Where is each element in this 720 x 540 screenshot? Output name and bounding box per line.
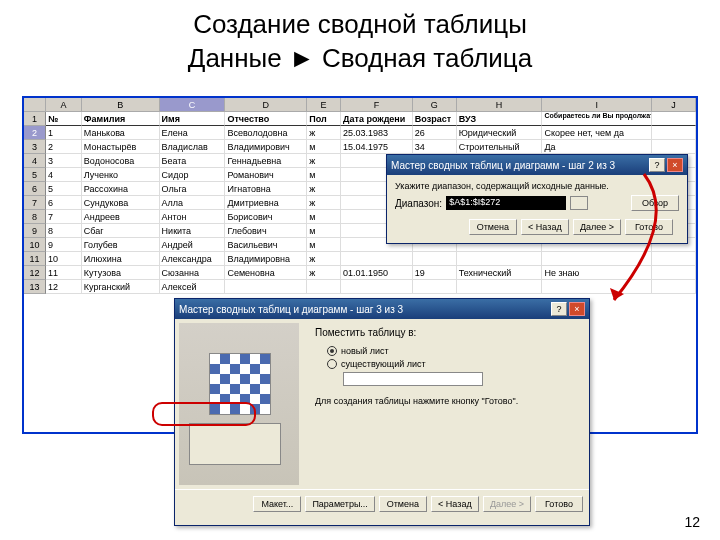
row-number[interactable]: 2 [24, 126, 46, 140]
hdr-age[interactable]: Возраст [413, 112, 457, 126]
cancel-button[interactable]: Отмена [379, 496, 427, 512]
back-button[interactable]: < Назад [521, 219, 569, 235]
cell[interactable]: Никита [160, 224, 226, 238]
cell[interactable] [652, 140, 696, 154]
cell[interactable]: Александра [160, 252, 226, 266]
cell[interactable]: 1 [46, 126, 82, 140]
cell[interactable]: Дмитриевна [225, 196, 307, 210]
cell[interactable]: м [307, 140, 341, 154]
cell[interactable] [341, 280, 413, 294]
dialog2-titlebar[interactable]: Мастер сводных таблиц и диаграмм - шаг 3… [175, 299, 589, 319]
browse-button[interactable]: Обзор [631, 195, 679, 211]
cell[interactable]: Кутузова [82, 266, 160, 280]
cell[interactable]: ж [307, 252, 341, 266]
cell[interactable]: Алексей [160, 280, 226, 294]
cell[interactable]: Геннадьевна [225, 154, 307, 168]
finish-button[interactable]: Готово [625, 219, 673, 235]
help-icon[interactable]: ? [551, 302, 567, 316]
cell[interactable]: Сбаг [82, 224, 160, 238]
cell[interactable] [307, 280, 341, 294]
cell[interactable]: Владислав [160, 140, 226, 154]
close-icon[interactable]: × [569, 302, 585, 316]
row-number[interactable]: 10 [24, 238, 46, 252]
cell[interactable]: 3 [46, 154, 82, 168]
hdr-dob[interactable]: Дата рождени [341, 112, 413, 126]
cell[interactable]: 8 [46, 224, 82, 238]
cell[interactable]: ж [307, 126, 341, 140]
cell[interactable] [457, 252, 543, 266]
cell[interactable]: Антон [160, 210, 226, 224]
cell[interactable]: 2 [46, 140, 82, 154]
cell[interactable]: ж [307, 196, 341, 210]
cell[interactable]: Андреев [82, 210, 160, 224]
col-header-e[interactable]: E [307, 98, 341, 111]
cell[interactable]: 6 [46, 196, 82, 210]
cell[interactable] [542, 280, 652, 294]
cell[interactable] [225, 280, 307, 294]
row-number[interactable]: 9 [24, 224, 46, 238]
cell[interactable]: Да [542, 140, 652, 154]
cell[interactable]: Владимировна [225, 252, 307, 266]
params-button[interactable]: Параметры... [305, 496, 374, 512]
cell[interactable]: Илюхина [82, 252, 160, 266]
radio-existing-sheet[interactable]: существующий лист [327, 359, 577, 369]
cell[interactable]: Борисович [225, 210, 307, 224]
cell[interactable]: 01.01.1950 [341, 266, 413, 280]
cell[interactable]: 34 [413, 140, 457, 154]
cell[interactable]: 25.03.1983 [341, 126, 413, 140]
cell[interactable] [652, 252, 696, 266]
cell[interactable]: 5 [46, 182, 82, 196]
cell[interactable]: Голубев [82, 238, 160, 252]
cell[interactable] [341, 252, 413, 266]
row-number[interactable]: 3 [24, 140, 46, 154]
cell[interactable]: Семеновна [225, 266, 307, 280]
col-header-f[interactable]: F [341, 98, 413, 111]
col-header-h[interactable]: H [457, 98, 543, 111]
cell[interactable]: Сюзанна [160, 266, 226, 280]
cell[interactable]: 12 [46, 280, 82, 294]
cell[interactable]: Водоносова [82, 154, 160, 168]
cell[interactable]: Глебович [225, 224, 307, 238]
finish-button[interactable]: Готово [535, 496, 583, 512]
cell[interactable] [652, 266, 696, 280]
row-number[interactable]: 12 [24, 266, 46, 280]
row-number[interactable]: 11 [24, 252, 46, 266]
cell[interactable] [652, 126, 696, 140]
cell[interactable]: Всеволодовна [225, 126, 307, 140]
close-icon[interactable]: × [667, 158, 683, 172]
layout-button[interactable]: Макет... [253, 496, 301, 512]
cell[interactable]: Андрей [160, 238, 226, 252]
cell[interactable]: Игнатовна [225, 182, 307, 196]
cell[interactable]: м [307, 224, 341, 238]
hdr-num[interactable]: № [46, 112, 82, 126]
cell[interactable]: Романович [225, 168, 307, 182]
col-header-d[interactable]: D [225, 98, 307, 111]
cell[interactable]: Не знаю [542, 266, 652, 280]
cell[interactable]: Алла [160, 196, 226, 210]
row-number[interactable]: 6 [24, 182, 46, 196]
cell[interactable]: Беата [160, 154, 226, 168]
row-number[interactable]: 1 [24, 112, 46, 126]
cell[interactable] [413, 280, 457, 294]
col-header-b[interactable]: B [82, 98, 160, 111]
cell[interactable]: 10 [46, 252, 82, 266]
cell[interactable]: Рассохина [82, 182, 160, 196]
hdr-patronymic[interactable]: Отчество [225, 112, 307, 126]
cell[interactable]: Сидор [160, 168, 226, 182]
cell[interactable]: Технический [457, 266, 543, 280]
cell[interactable] [542, 252, 652, 266]
cell[interactable]: Лученко [82, 168, 160, 182]
cell[interactable]: ж [307, 266, 341, 280]
row-number[interactable]: 5 [24, 168, 46, 182]
cell[interactable]: ж [307, 182, 341, 196]
col-header-g[interactable]: G [413, 98, 457, 111]
col-header-i[interactable]: I [542, 98, 652, 111]
cancel-button[interactable]: Отмена [469, 219, 517, 235]
col-header-j[interactable]: J [652, 98, 696, 111]
cell[interactable]: 7 [46, 210, 82, 224]
sheet-ref-input[interactable] [343, 372, 483, 386]
cell[interactable]: Монастырёв [82, 140, 160, 154]
range-input[interactable]: $A$1:$I$272 [446, 196, 566, 210]
hdr-edu[interactable]: Собираетесь ли Вы продолжать образование… [542, 112, 652, 126]
cell[interactable]: м [307, 168, 341, 182]
